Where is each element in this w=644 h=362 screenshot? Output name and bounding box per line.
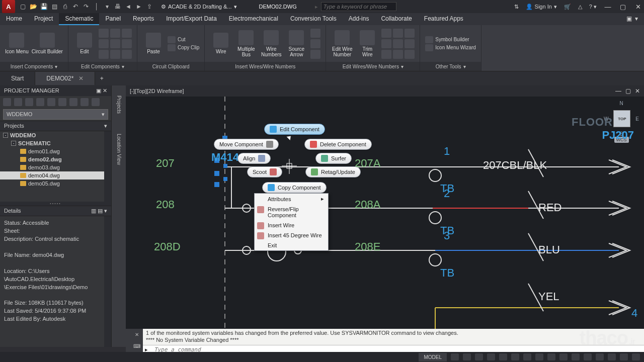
close-button[interactable]: ✕ <box>634 3 642 11</box>
ribbon-small-button[interactable] <box>110 29 120 38</box>
radial-align[interactable]: Align <box>237 153 271 164</box>
status-toggle[interactable] <box>572 353 580 360</box>
ribbon-button[interactable]: TrimWire <box>356 30 378 57</box>
context-menu-item[interactable]: Reverse/Flip Component <box>255 204 328 220</box>
ribbon-small-button[interactable] <box>99 50 109 59</box>
status-toggle[interactable] <box>620 353 628 360</box>
ribbon-tab-home[interactable]: Home <box>0 13 28 25</box>
open-icon[interactable]: 📂 <box>29 2 38 11</box>
scrollbar[interactable] <box>104 131 111 202</box>
ribbon-small-button[interactable] <box>405 39 415 48</box>
panel-title[interactable]: Edit Wires/Wire Numbers ▾ <box>326 62 420 71</box>
tree-item[interactable]: -SCHEMATIC <box>0 139 111 147</box>
ribbon-tab-add-ins[interactable]: Add-ins <box>343 13 375 25</box>
panel-title[interactable]: Insert Wires/Wire Numbers <box>205 62 326 71</box>
ribbon-small-button[interactable] <box>393 29 403 38</box>
cmd-close-icon[interactable]: ✕ <box>135 332 139 337</box>
status-toggle[interactable] <box>451 353 459 360</box>
connect-icon[interactable]: ⇅ <box>514 4 519 10</box>
ribbon-button[interactable]: Edit <box>73 33 96 54</box>
minimize-button[interactable]: — <box>604 3 612 11</box>
ribbon-button[interactable]: Edit WireNumber <box>331 30 353 57</box>
undo-icon[interactable]: ↶ <box>71 2 80 11</box>
workspace-switcher[interactable]: ⚙ ACADE & 2D Drafting &... ▾ <box>157 4 241 10</box>
tree-item[interactable]: demo05.dwg <box>0 179 111 188</box>
radial-retag-update[interactable]: Retag/Update <box>305 166 361 177</box>
tab-extra-icon[interactable]: ▣ <box>626 15 632 23</box>
tree-item[interactable]: demo01.dwg <box>0 147 111 155</box>
saveas-icon[interactable]: ▤ <box>50 2 59 11</box>
tab-extra-icon[interactable]: ▾ <box>635 15 638 23</box>
document-tab[interactable]: Start <box>0 72 35 85</box>
pm-tool-icon[interactable] <box>92 98 100 106</box>
ribbon-small-button[interactable] <box>405 50 415 59</box>
close-icon[interactable]: ✕ <box>78 75 84 82</box>
tree-item[interactable]: demo04.dwg <box>0 171 111 179</box>
ribbon-small-button[interactable] <box>381 39 391 48</box>
help-search-input[interactable] <box>321 2 396 11</box>
maximize-button[interactable]: ▢ <box>619 3 627 11</box>
cmd-handle-icon[interactable]: ⌨ <box>133 343 140 349</box>
exchange-icon[interactable]: 🛒 <box>564 4 571 10</box>
plot-icon[interactable]: ⎙ <box>60 2 69 11</box>
context-menu-item[interactable]: Insert 45 Degree Wire <box>255 230 328 240</box>
pm-tool-icon[interactable] <box>80 98 89 106</box>
side-tab-projects[interactable]: Projects <box>116 96 122 114</box>
ribbon-small-button[interactable] <box>393 50 403 59</box>
ribbon-button[interactable]: Symbol Builder <box>425 36 476 43</box>
vp-max-icon[interactable]: ▢ <box>625 87 631 95</box>
details-section-header[interactable]: Details▥ ▤ ▾ <box>0 206 111 216</box>
panel-title[interactable]: Insert Components ▾ <box>0 62 68 71</box>
pm-title[interactable]: PROJECT MANAGER▣ ✕ <box>0 85 111 96</box>
ribbon-tab-featured-apps[interactable]: Featured Apps <box>418 13 469 25</box>
autodesk-app-icon[interactable]: △ <box>578 4 582 10</box>
ribbon-button[interactable]: SourceArrow <box>285 30 307 57</box>
radial-edit-component[interactable]: Edit Component <box>264 124 325 135</box>
drawing-canvas[interactable]: [-][Top][2D Wireframe] —▢✕ <box>126 85 644 347</box>
status-toggle[interactable] <box>499 353 507 360</box>
help-search[interactable] <box>321 2 396 11</box>
pm-tool-icon[interactable] <box>3 98 11 106</box>
ribbon-button[interactable]: Circuit Builder <box>32 33 63 54</box>
status-toggle[interactable] <box>535 353 543 360</box>
status-toggle[interactable] <box>463 353 471 360</box>
ribbon-button[interactable]: Copy Clip <box>168 44 199 51</box>
ribbon-button[interactable]: Icon Menu Wizard <box>425 44 476 51</box>
radial-move-component[interactable]: Move Component <box>214 139 279 150</box>
ribbon-small-button[interactable] <box>99 29 109 38</box>
new-tab-button[interactable]: + <box>95 73 108 84</box>
pm-tool-icon[interactable] <box>14 98 22 106</box>
document-tab[interactable]: DEMO02*✕ <box>35 72 95 85</box>
panel-title[interactable]: Edit Components ▾ <box>68 62 137 71</box>
ribbon-button[interactable]: Cut <box>168 36 199 43</box>
print-icon[interactable]: 🖶 <box>113 2 122 11</box>
status-toggle[interactable] <box>584 353 592 360</box>
ribbon-button[interactable]: Paste <box>142 33 165 54</box>
ribbon-button[interactable]: WireNumbers <box>260 30 282 57</box>
ribbon-small-button[interactable] <box>122 39 132 48</box>
help-icon[interactable]: ? ▾ <box>589 4 597 10</box>
pm-tool-icon[interactable] <box>47 98 55 106</box>
ribbon-small-button[interactable] <box>110 39 120 48</box>
panel-title[interactable]: Other Tools ▾ <box>420 62 481 71</box>
side-tab-location-view[interactable]: Location View <box>116 134 122 165</box>
ribbon-small-button[interactable] <box>122 29 132 38</box>
new-icon[interactable]: ▢ <box>18 2 27 11</box>
ribbon-tab-reports[interactable]: Reports <box>127 13 160 25</box>
ribbon-small-button[interactable] <box>310 39 320 48</box>
context-menu-item[interactable]: Insert Wire <box>255 220 328 230</box>
radial-surfer[interactable]: Surfer <box>315 153 352 164</box>
context-menu-item[interactable]: Attributes▸ <box>255 194 328 204</box>
splitter[interactable]: ••••• <box>0 202 111 206</box>
ribbon-small-button[interactable] <box>381 50 391 59</box>
prev-icon[interactable]: ◄ <box>124 2 133 11</box>
vp-min-icon[interactable]: — <box>615 87 621 95</box>
radial-scoot[interactable]: Scoot <box>247 166 282 177</box>
cmd-grip[interactable] <box>126 329 131 352</box>
ribbon-small-button[interactable] <box>99 39 109 48</box>
status-toggle[interactable] <box>632 353 640 360</box>
radial-copy-component[interactable]: Copy Component <box>262 182 327 193</box>
ribbon-tab-conversion-tools[interactable]: Conversion Tools <box>284 13 343 25</box>
tree-item[interactable]: demo02.dwg <box>0 155 111 163</box>
tree-item[interactable]: demo03.dwg <box>0 163 111 171</box>
